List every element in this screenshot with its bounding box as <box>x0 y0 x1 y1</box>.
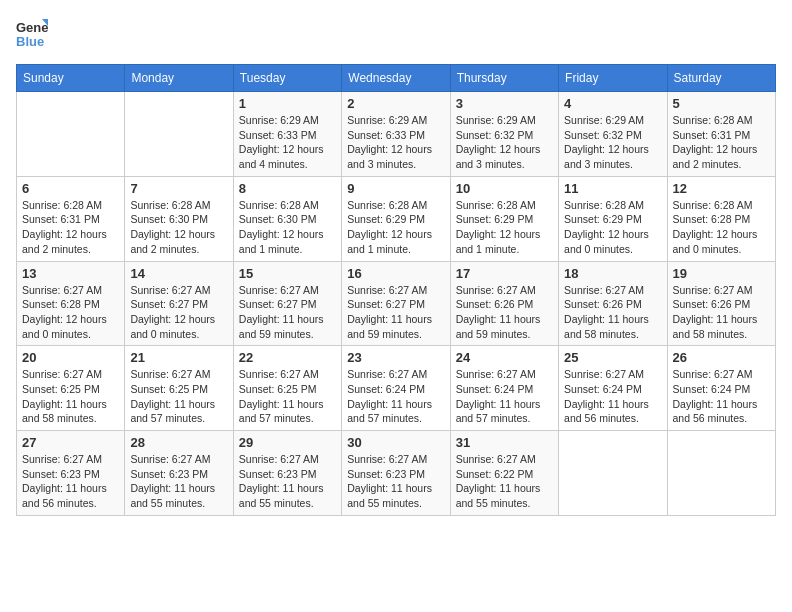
day-detail: Sunrise: 6:27 AM Sunset: 6:25 PM Dayligh… <box>22 367 119 426</box>
calendar-cell <box>17 92 125 177</box>
calendar-cell <box>559 431 667 516</box>
day-number: 28 <box>130 435 227 450</box>
calendar-cell: 17Sunrise: 6:27 AM Sunset: 6:26 PM Dayli… <box>450 261 558 346</box>
day-header-tuesday: Tuesday <box>233 65 341 92</box>
day-detail: Sunrise: 6:28 AM Sunset: 6:31 PM Dayligh… <box>22 198 119 257</box>
day-number: 10 <box>456 181 553 196</box>
calendar-cell: 10Sunrise: 6:28 AM Sunset: 6:29 PM Dayli… <box>450 176 558 261</box>
calendar-cell: 27Sunrise: 6:27 AM Sunset: 6:23 PM Dayli… <box>17 431 125 516</box>
calendar-cell: 19Sunrise: 6:27 AM Sunset: 6:26 PM Dayli… <box>667 261 775 346</box>
day-detail: Sunrise: 6:28 AM Sunset: 6:31 PM Dayligh… <box>673 113 770 172</box>
day-number: 29 <box>239 435 336 450</box>
day-number: 17 <box>456 266 553 281</box>
page-header: General Blue <box>16 16 776 52</box>
day-detail: Sunrise: 6:27 AM Sunset: 6:25 PM Dayligh… <box>130 367 227 426</box>
calendar-cell <box>125 92 233 177</box>
day-number: 3 <box>456 96 553 111</box>
day-detail: Sunrise: 6:29 AM Sunset: 6:33 PM Dayligh… <box>239 113 336 172</box>
day-detail: Sunrise: 6:27 AM Sunset: 6:26 PM Dayligh… <box>673 283 770 342</box>
calendar-body: 1Sunrise: 6:29 AM Sunset: 6:33 PM Daylig… <box>17 92 776 516</box>
calendar-cell: 28Sunrise: 6:27 AM Sunset: 6:23 PM Dayli… <box>125 431 233 516</box>
calendar-cell: 3Sunrise: 6:29 AM Sunset: 6:32 PM Daylig… <box>450 92 558 177</box>
calendar-cell: 1Sunrise: 6:29 AM Sunset: 6:33 PM Daylig… <box>233 92 341 177</box>
day-number: 8 <box>239 181 336 196</box>
calendar-cell: 21Sunrise: 6:27 AM Sunset: 6:25 PM Dayli… <box>125 346 233 431</box>
calendar-cell: 7Sunrise: 6:28 AM Sunset: 6:30 PM Daylig… <box>125 176 233 261</box>
day-detail: Sunrise: 6:29 AM Sunset: 6:32 PM Dayligh… <box>564 113 661 172</box>
day-detail: Sunrise: 6:28 AM Sunset: 6:29 PM Dayligh… <box>456 198 553 257</box>
calendar-cell: 15Sunrise: 6:27 AM Sunset: 6:27 PM Dayli… <box>233 261 341 346</box>
day-number: 31 <box>456 435 553 450</box>
day-detail: Sunrise: 6:27 AM Sunset: 6:23 PM Dayligh… <box>347 452 444 511</box>
calendar-week-4: 20Sunrise: 6:27 AM Sunset: 6:25 PM Dayli… <box>17 346 776 431</box>
calendar-cell: 13Sunrise: 6:27 AM Sunset: 6:28 PM Dayli… <box>17 261 125 346</box>
calendar-cell: 31Sunrise: 6:27 AM Sunset: 6:22 PM Dayli… <box>450 431 558 516</box>
calendar-cell: 6Sunrise: 6:28 AM Sunset: 6:31 PM Daylig… <box>17 176 125 261</box>
day-header-monday: Monday <box>125 65 233 92</box>
calendar-table: SundayMondayTuesdayWednesdayThursdayFrid… <box>16 64 776 516</box>
day-number: 26 <box>673 350 770 365</box>
day-detail: Sunrise: 6:27 AM Sunset: 6:24 PM Dayligh… <box>347 367 444 426</box>
logo-container: General Blue <box>16 16 48 52</box>
day-detail: Sunrise: 6:27 AM Sunset: 6:22 PM Dayligh… <box>456 452 553 511</box>
calendar-cell: 29Sunrise: 6:27 AM Sunset: 6:23 PM Dayli… <box>233 431 341 516</box>
calendar-cell: 26Sunrise: 6:27 AM Sunset: 6:24 PM Dayli… <box>667 346 775 431</box>
day-number: 2 <box>347 96 444 111</box>
day-number: 5 <box>673 96 770 111</box>
day-detail: Sunrise: 6:27 AM Sunset: 6:26 PM Dayligh… <box>564 283 661 342</box>
logo: General Blue <box>16 16 48 52</box>
day-header-friday: Friday <box>559 65 667 92</box>
day-number: 9 <box>347 181 444 196</box>
calendar-cell: 5Sunrise: 6:28 AM Sunset: 6:31 PM Daylig… <box>667 92 775 177</box>
day-detail: Sunrise: 6:29 AM Sunset: 6:32 PM Dayligh… <box>456 113 553 172</box>
day-detail: Sunrise: 6:27 AM Sunset: 6:24 PM Dayligh… <box>673 367 770 426</box>
svg-text:Blue: Blue <box>16 34 44 49</box>
day-number: 4 <box>564 96 661 111</box>
calendar-week-3: 13Sunrise: 6:27 AM Sunset: 6:28 PM Dayli… <box>17 261 776 346</box>
svg-text:General: General <box>16 20 48 35</box>
day-number: 20 <box>22 350 119 365</box>
day-detail: Sunrise: 6:27 AM Sunset: 6:27 PM Dayligh… <box>130 283 227 342</box>
day-number: 16 <box>347 266 444 281</box>
day-detail: Sunrise: 6:27 AM Sunset: 6:26 PM Dayligh… <box>456 283 553 342</box>
day-detail: Sunrise: 6:28 AM Sunset: 6:29 PM Dayligh… <box>564 198 661 257</box>
calendar-week-2: 6Sunrise: 6:28 AM Sunset: 6:31 PM Daylig… <box>17 176 776 261</box>
day-number: 25 <box>564 350 661 365</box>
day-number: 22 <box>239 350 336 365</box>
day-number: 27 <box>22 435 119 450</box>
day-header-saturday: Saturday <box>667 65 775 92</box>
day-number: 13 <box>22 266 119 281</box>
day-header-sunday: Sunday <box>17 65 125 92</box>
day-number: 7 <box>130 181 227 196</box>
logo-shape: General Blue <box>16 16 48 52</box>
day-number: 12 <box>673 181 770 196</box>
day-detail: Sunrise: 6:27 AM Sunset: 6:23 PM Dayligh… <box>239 452 336 511</box>
calendar-cell: 30Sunrise: 6:27 AM Sunset: 6:23 PM Dayli… <box>342 431 450 516</box>
day-detail: Sunrise: 6:27 AM Sunset: 6:23 PM Dayligh… <box>22 452 119 511</box>
day-number: 6 <box>22 181 119 196</box>
day-detail: Sunrise: 6:27 AM Sunset: 6:27 PM Dayligh… <box>239 283 336 342</box>
day-detail: Sunrise: 6:28 AM Sunset: 6:30 PM Dayligh… <box>239 198 336 257</box>
day-number: 30 <box>347 435 444 450</box>
day-detail: Sunrise: 6:27 AM Sunset: 6:23 PM Dayligh… <box>130 452 227 511</box>
calendar-cell: 12Sunrise: 6:28 AM Sunset: 6:28 PM Dayli… <box>667 176 775 261</box>
day-number: 23 <box>347 350 444 365</box>
calendar-header-row: SundayMondayTuesdayWednesdayThursdayFrid… <box>17 65 776 92</box>
calendar-week-1: 1Sunrise: 6:29 AM Sunset: 6:33 PM Daylig… <box>17 92 776 177</box>
day-header-wednesday: Wednesday <box>342 65 450 92</box>
day-detail: Sunrise: 6:28 AM Sunset: 6:28 PM Dayligh… <box>673 198 770 257</box>
day-number: 24 <box>456 350 553 365</box>
day-detail: Sunrise: 6:28 AM Sunset: 6:29 PM Dayligh… <box>347 198 444 257</box>
calendar-cell: 25Sunrise: 6:27 AM Sunset: 6:24 PM Dayli… <box>559 346 667 431</box>
calendar-cell: 22Sunrise: 6:27 AM Sunset: 6:25 PM Dayli… <box>233 346 341 431</box>
calendar-cell: 18Sunrise: 6:27 AM Sunset: 6:26 PM Dayli… <box>559 261 667 346</box>
logo-svg: General Blue <box>16 16 48 52</box>
calendar-cell: 2Sunrise: 6:29 AM Sunset: 6:33 PM Daylig… <box>342 92 450 177</box>
calendar-cell: 23Sunrise: 6:27 AM Sunset: 6:24 PM Dayli… <box>342 346 450 431</box>
calendar-cell: 24Sunrise: 6:27 AM Sunset: 6:24 PM Dayli… <box>450 346 558 431</box>
calendar-cell: 16Sunrise: 6:27 AM Sunset: 6:27 PM Dayli… <box>342 261 450 346</box>
day-number: 19 <box>673 266 770 281</box>
day-header-thursday: Thursday <box>450 65 558 92</box>
calendar-week-5: 27Sunrise: 6:27 AM Sunset: 6:23 PM Dayli… <box>17 431 776 516</box>
calendar-cell: 20Sunrise: 6:27 AM Sunset: 6:25 PM Dayli… <box>17 346 125 431</box>
